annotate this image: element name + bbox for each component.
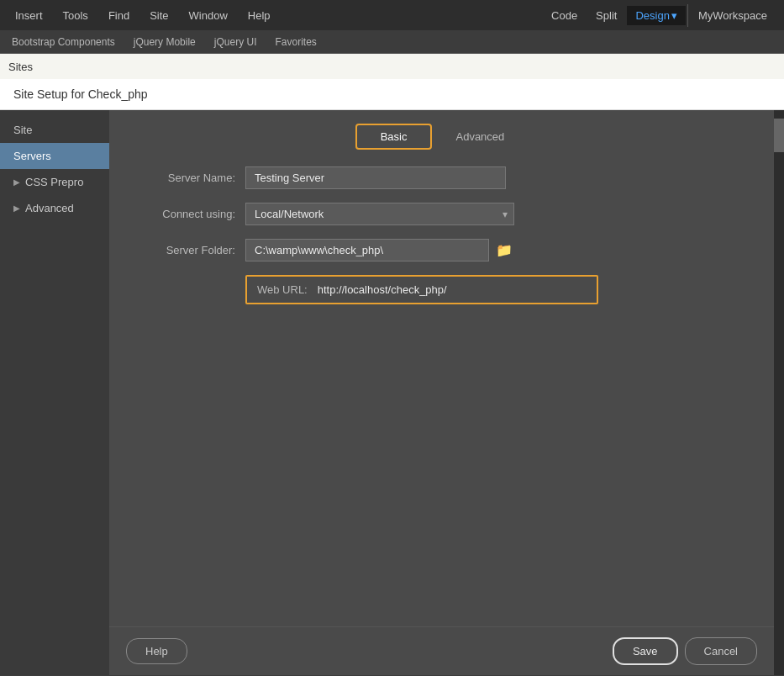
connect-using-row: Connect using: Local/Network FTP SFTP We… [126,203,757,225]
submenu-jquery-mobile[interactable]: jQuery Mobile [125,33,204,51]
advanced-arrow-icon: ▶ [13,203,20,213]
sidebar-item-css-preprocessors[interactable]: ▶ CSS Prepro [0,169,109,195]
web-url-row: Web URL: [245,275,757,304]
design-label: Design [635,9,669,22]
connect-using-label: Connect using: [126,208,235,220]
scroll-thumb[interactable] [774,119,784,152]
dialog-body: Site Servers ▶ CSS Prepro ▶ Advanced Bas… [0,110,784,675]
web-url-input[interactable] [318,283,587,296]
connect-using-select-container: Local/Network FTP SFTP WebDAV ▾ [245,203,514,225]
dialog-title: Site Setup for Check_php [13,87,148,101]
server-folder-label: Server Folder: [126,244,235,256]
sidebar-advanced-label: Advanced [25,202,74,214]
menu-design[interactable]: Design ▾ [627,6,685,25]
css-prepro-arrow-icon: ▶ [13,177,20,187]
sites-bar: Sites [0,54,784,79]
tab-basic[interactable]: Basic [355,124,433,150]
submenu-jquery-ui[interactable]: jQuery UI [206,33,266,51]
menu-split[interactable]: Split [587,4,625,27]
menu-bar-right: Code Split Design ▾ MyWorkspace [543,4,777,27]
menu-site[interactable]: Site [141,4,176,27]
workspace-button[interactable]: MyWorkspace [687,4,777,27]
server-folder-input[interactable] [245,239,489,261]
form-section: Server Name: Connect using: Local/Networ… [126,166,757,613]
sidebar-item-site[interactable]: Site [0,117,109,143]
menu-find[interactable]: Find [100,4,138,27]
footer-left: Help [126,638,613,664]
sidebar-item-advanced[interactable]: ▶ Advanced [0,195,109,221]
footer-right: Save Cancel [613,637,757,665]
save-button[interactable]: Save [613,637,678,665]
design-dropdown-arrow: ▾ [671,9,677,22]
sidebar-servers-label: Servers [13,150,51,162]
tab-advanced[interactable]: Advanced [432,124,528,150]
menu-bar: Insert Tools Find Site Window Help Code … [0,0,784,30]
server-name-input[interactable] [245,166,506,189]
tabs-bar: Basic Advanced [126,124,757,150]
help-button[interactable]: Help [126,638,187,664]
menu-tools[interactable]: Tools [55,4,97,27]
dialog-sidebar: Site Servers ▶ CSS Prepro ▶ Advanced [0,110,109,675]
server-folder-row: Server Folder: 📁 [126,239,757,261]
sidebar-site-label: Site [13,124,32,136]
dialog-title-bar: Site Setup for Check_php [0,79,784,110]
web-url-label: Web URL: [257,283,308,296]
folder-row-container: 📁 [245,239,513,261]
server-name-label: Server Name: [126,172,235,184]
server-name-row: Server Name: [126,166,757,189]
menu-code[interactable]: Code [543,4,586,27]
submenu-bootstrap[interactable]: Bootstrap Components [3,33,124,51]
connect-using-select[interactable]: Local/Network FTP SFTP WebDAV [245,203,514,225]
folder-browse-icon[interactable]: 📁 [496,242,513,258]
sidebar-css-label: CSS Prepro [25,176,83,188]
menu-window[interactable]: Window [181,4,236,27]
cancel-button[interactable]: Cancel [685,637,757,665]
menu-bar-left: Insert Tools Find Site Window Help [7,4,543,27]
menu-insert[interactable]: Insert [7,4,51,27]
content-area: Basic Advanced Server Name: Connect usin… [109,110,774,626]
sites-label: Sites [8,61,33,73]
menu-help[interactable]: Help [239,4,279,27]
sub-menu-bar: Bootstrap Components jQuery Mobile jQuer… [0,30,784,54]
content-wrapper: Basic Advanced Server Name: Connect usin… [109,110,774,675]
sidebar-item-servers[interactable]: Servers [0,143,109,169]
submenu-favorites[interactable]: Favorites [266,33,324,51]
scroll-track [774,110,784,675]
dialog-footer: Help Save Cancel [109,626,774,675]
web-url-container: Web URL: [245,275,598,304]
